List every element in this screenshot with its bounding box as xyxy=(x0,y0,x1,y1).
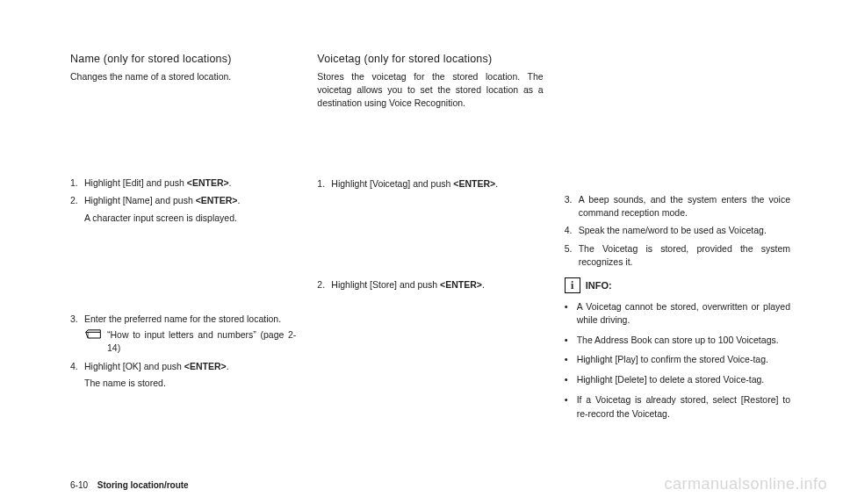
step-key: <ENTER> xyxy=(184,361,227,371)
step-key: <ENTER> xyxy=(453,178,495,189)
column-1: Name (only for stored locations) Changes… xyxy=(70,53,296,427)
step-tail: . xyxy=(227,361,229,371)
step-sub: The name is stored. xyxy=(84,377,296,390)
step-item: 3. A beep sounds, and the system enters … xyxy=(565,193,790,220)
step-item: 3. Enter the preferred name for the stor… xyxy=(70,313,296,356)
figure-placeholder xyxy=(317,199,543,278)
intro-name: Changes the name of a stored location. xyxy=(70,70,296,83)
page-content: Name (only for stored locations) Changes… xyxy=(70,53,790,427)
step-item: 1. Highlight [Voicetag] and push <ENTER>… xyxy=(317,177,543,191)
info-bullets: A Voicetag cannot be stored, overwritten… xyxy=(565,300,790,421)
step-tail: . xyxy=(238,195,241,205)
step-text: Highlight [Voicetag] and push xyxy=(331,178,453,189)
step-text: Enter the preferred name for the stored … xyxy=(84,313,281,324)
bullet-item: Highlight [Play] to confirm the stored V… xyxy=(565,353,790,367)
figure-placeholder xyxy=(70,234,296,313)
section-heading-name: Name (only for stored locations) xyxy=(70,53,296,65)
steps-voicetag-a: 1. Highlight [Voicetag] and push <ENTER>… xyxy=(317,177,543,191)
step-number: 5. xyxy=(565,242,579,269)
step-key: <ENTER> xyxy=(196,195,238,205)
info-icon: i xyxy=(565,277,580,293)
steps-name-b: 3. Enter the preferred name for the stor… xyxy=(70,313,296,390)
step-text: Highlight [Store] and push xyxy=(331,279,440,290)
step-key: <ENTER> xyxy=(187,177,229,188)
step-number: 3. xyxy=(70,313,84,356)
bullet-text: A Voicetag cannot be stored, overwritten… xyxy=(577,300,790,327)
step-number: 2. xyxy=(317,278,331,292)
steps-name-a: 1. Highlight [Edit] and push <ENTER>. 2.… xyxy=(70,176,296,225)
step-body: A beep sounds, and the system enters the… xyxy=(579,193,790,220)
step-body: Speak the name/word to be used as Voicet… xyxy=(579,224,790,237)
bullet-item: Highlight [Delete] to delete a stored Vo… xyxy=(565,373,790,387)
figure-placeholder xyxy=(565,53,790,193)
step-item: 2. Highlight [Name] and push <ENTER>. A … xyxy=(70,194,296,224)
bullet-text: The Address Book can store up to 100 Voi… xyxy=(577,334,779,348)
step-number: 2. xyxy=(70,194,84,224)
step-sub: A character input screen is displayed. xyxy=(84,212,296,225)
steps-col3: 3. A beep sounds, and the system enters … xyxy=(565,193,790,269)
step-text: Highlight [Edit] and push xyxy=(84,177,187,188)
bullet-item: A Voicetag cannot be stored, overwritten… xyxy=(565,300,790,327)
step-text: Highlight [Name] and push xyxy=(84,195,196,205)
figure-placeholder xyxy=(317,116,543,177)
info-label: INFO: xyxy=(586,280,612,291)
step-item: 2. Highlight [Store] and push <ENTER>. xyxy=(317,278,543,292)
cross-reference: “How to input letters and numbers” (page… xyxy=(84,328,296,355)
step-body: Highlight [Name] and push <ENTER>. A cha… xyxy=(84,194,296,224)
intro-voicetag: Stores the voicetag for the stored locat… xyxy=(317,70,543,111)
step-body: Highlight [Voicetag] and push <ENTER>. xyxy=(331,177,543,191)
step-number: 1. xyxy=(317,177,331,191)
reference-icon xyxy=(84,328,102,339)
step-tail: . xyxy=(229,177,232,188)
step-key: <ENTER> xyxy=(440,279,482,290)
watermark: carmanualsonline.info xyxy=(664,475,827,493)
step-tail: . xyxy=(495,178,498,189)
step-body: Enter the preferred name for the stored … xyxy=(84,313,296,356)
figure-placeholder xyxy=(70,89,296,176)
page-number: 6-10 xyxy=(70,480,88,490)
page-footer: 6-10 Storing location/route xyxy=(70,480,189,490)
step-body: Highlight [OK] and push <ENTER>. The nam… xyxy=(84,360,296,390)
step-item: 5. The Voicetag is stored, provided the … xyxy=(565,242,790,269)
column-2: Voicetag (only for stored locations) Sto… xyxy=(317,53,543,427)
step-number: 1. xyxy=(70,176,84,190)
step-body: Highlight [Store] and push <ENTER>. xyxy=(331,278,543,292)
bullet-text: If a Voicetag is already stored, select … xyxy=(577,393,790,420)
step-text: Highlight [OK] and push xyxy=(84,361,184,371)
step-item: 1. Highlight [Edit] and push <ENTER>. xyxy=(70,176,296,190)
bullet-item: The Address Book can store up to 100 Voi… xyxy=(565,334,790,348)
column-3: 3. A beep sounds, and the system enters … xyxy=(565,53,790,427)
step-item: 4. Highlight [OK] and push <ENTER>. The … xyxy=(70,360,296,390)
step-tail: . xyxy=(482,279,485,290)
step-body: The Voicetag is stored, provided the sys… xyxy=(579,242,790,269)
section-title: Storing location/route xyxy=(97,480,189,490)
step-number: 4. xyxy=(70,360,84,390)
bullet-item: If a Voicetag is already stored, select … xyxy=(565,393,790,420)
step-number: 3. xyxy=(565,193,579,220)
step-item: 4. Speak the name/word to be used as Voi… xyxy=(565,224,790,237)
reference-text: “How to input letters and numbers” (page… xyxy=(107,328,296,355)
info-header: i INFO: xyxy=(565,277,790,293)
steps-voicetag-b: 2. Highlight [Store] and push <ENTER>. xyxy=(317,278,543,292)
step-number: 4. xyxy=(565,224,579,237)
step-body: Highlight [Edit] and push <ENTER>. xyxy=(84,176,296,190)
bullet-text: Highlight [Play] to confirm the stored V… xyxy=(577,353,768,367)
section-heading-voicetag: Voicetag (only for stored locations) xyxy=(317,53,543,65)
bullet-text: Highlight [Delete] to delete a stored Vo… xyxy=(577,373,765,387)
